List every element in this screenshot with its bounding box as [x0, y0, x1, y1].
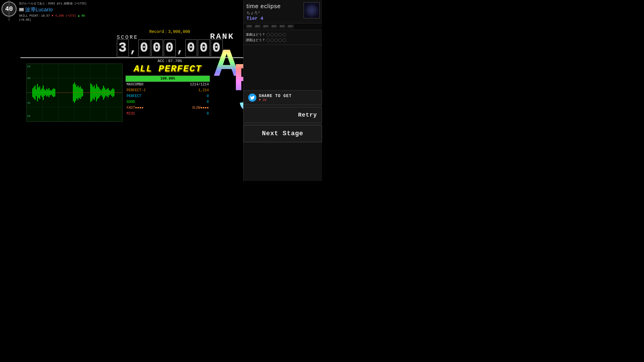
next-stage-button[interactable]: Next Stage — [243, 125, 322, 142]
circle-8[interactable] — [274, 38, 278, 42]
miss-label: MISS — [127, 112, 135, 116]
miss-value: 0 — [207, 112, 209, 116]
next-level-text: 次のレベルまであと：6362 pts.経験値 (+1725) — [19, 1, 87, 6]
circle-10[interactable] — [283, 38, 286, 42]
slow-label: SLOW●●●● — [192, 106, 209, 110]
skill-row: SKILL POINT：10.57 ▼ 4,290 (+273) ▲ 90 — [19, 14, 87, 18]
player-info: 40 次のレベルまであと：6362 pts.経験値 (+1725) IX 波導L… — [1, 1, 87, 22]
circle-1[interactable] — [266, 33, 270, 36]
svg-rect-21 — [48, 89, 48, 96]
circle-9[interactable] — [279, 38, 282, 42]
circle-4[interactable] — [279, 33, 282, 36]
svg-rect-23 — [50, 90, 51, 95]
graph-area: 60 30 30 60 — [26, 64, 123, 122]
maxcombo-label: MAXCOMBO — [127, 82, 144, 87]
player-details: 次のレベルまであと：6362 pts.経験値 (+1725) IX 波導Luca… — [19, 1, 87, 22]
share-sub-text: ▼ 20 — [259, 98, 292, 102]
svg-rect-12 — [37, 84, 38, 101]
option-2: OFF — [254, 24, 261, 29]
stats-section: MAXCOMBO 1214/1214 PERFECT-J 1,214 PERFE… — [125, 82, 210, 117]
right-panel: time eclipse ちょろ* Tier 4 OFF OFF OFF OFF… — [243, 0, 322, 181]
svg-rect-22 — [49, 88, 50, 97]
retry-text: Retry — [298, 112, 317, 118]
divider-4 — [243, 124, 322, 124]
right-buttons: SHARE TO GET ▼ 20 Retry Next Stage — [243, 90, 322, 142]
share-main-text: SHARE TO GET — [259, 94, 292, 98]
waveform-svg — [27, 64, 122, 122]
divider-1 — [243, 106, 322, 106]
svg-rect-27 — [54, 89, 55, 96]
good-value: 0 — [207, 100, 209, 104]
stat-row-perfectj: PERFECT-J 1,214 — [125, 87, 210, 93]
progress-bar-fill: 100.00% — [126, 76, 210, 82]
svg-rect-16 — [42, 88, 43, 97]
stat-row-good: GOOD 0 — [125, 99, 210, 105]
feedback-chart-label: 譜面はどう？ — [246, 38, 265, 42]
svg-rect-14 — [39, 86, 40, 99]
divider-2 — [243, 106, 322, 107]
svg-rect-25 — [52, 89, 53, 96]
level-number: 40 — [5, 6, 13, 13]
all-perfect-banner: ALL PERFECT 100.00% — [125, 64, 210, 82]
ix-badge: IX — [19, 8, 24, 11]
skill-delta: (+0.05) — [19, 18, 87, 22]
level-circle: 40 — [1, 1, 17, 17]
option-3: OFF — [262, 24, 269, 29]
skill-delta-text: (+0.05) — [19, 18, 31, 22]
next-stage-text: Next Stage — [262, 130, 303, 137]
svg-rect-11 — [36, 89, 37, 96]
perfect-label: PERFECT — [127, 94, 141, 98]
svg-rect-19 — [45, 90, 46, 95]
good-label: GOOD — [127, 100, 135, 104]
digit-0a: 0 — [138, 39, 150, 57]
stat-row-miss: MISS 0 — [125, 111, 210, 117]
progress-bar-container: 100.00% — [125, 75, 210, 82]
svg-rect-9 — [34, 87, 34, 99]
perfectj-value: 1,214 — [198, 88, 209, 92]
circle-6[interactable] — [266, 38, 270, 42]
svg-rect-8 — [32, 88, 33, 97]
svg-rect-18 — [44, 89, 45, 96]
fast-label: FAST●●●● — [127, 106, 144, 110]
feedback-music-label: 楽曲はどう？ — [246, 32, 265, 37]
feedback-chart-circles — [266, 38, 286, 42]
svg-rect-20 — [46, 89, 47, 97]
skill-up: ▲ 90 — [78, 14, 85, 17]
options-bar: OFF OFF OFF OFF OFF OFF — [244, 23, 322, 30]
divider-3 — [243, 123, 322, 124]
digit-0e: 0 — [198, 39, 210, 57]
option-6: OFF — [287, 24, 294, 29]
option-4: OFF — [271, 24, 278, 29]
maxcombo-value: 1214/1214 — [190, 82, 209, 87]
player-name-row: IX 波導Lucario — [19, 6, 87, 13]
stat-row-maxcombo: MAXCOMBO 1214/1214 — [125, 82, 210, 87]
option-1: OFF — [246, 24, 253, 29]
digit-3: 3 — [117, 39, 129, 57]
all-perfect-text: ALL PERFECT — [125, 64, 210, 74]
skill-down: ▼ 4,290 (+273) — [52, 14, 76, 17]
comma-2: , — [177, 43, 184, 57]
svg-rect-10 — [35, 85, 36, 100]
stat-row-perfect: PERFECT 0 — [125, 93, 210, 99]
retry-button[interactable]: Retry — [243, 107, 322, 123]
svg-rect-13 — [38, 87, 39, 98]
circle-3[interactable] — [274, 33, 278, 36]
skill-label: SKILL POINT：10.57 — [19, 14, 50, 17]
circle-5[interactable] — [283, 33, 286, 36]
share-button[interactable]: SHARE TO GET ▼ 20 — [243, 90, 322, 105]
feedback-music-circles — [266, 33, 286, 36]
song-thumbnail — [304, 2, 320, 18]
perfect-value: 0 — [207, 94, 209, 98]
svg-rect-24 — [51, 91, 52, 95]
share-text-group: SHARE TO GET ▼ 20 — [259, 94, 292, 102]
progress-bar-text: 100.00% — [160, 77, 175, 81]
digit-0b: 0 — [151, 39, 163, 57]
svg-rect-26 — [53, 88, 54, 97]
digit-0d: 0 — [185, 39, 197, 57]
svg-rect-17 — [43, 85, 44, 100]
perfectj-label: PERFECT-J — [127, 88, 146, 92]
stat-row-fastslew: FAST●●●● SLOW●●●● — [125, 105, 210, 111]
comma-1: , — [130, 43, 137, 57]
circle-2[interactable] — [270, 33, 274, 36]
circle-7[interactable] — [270, 38, 274, 42]
